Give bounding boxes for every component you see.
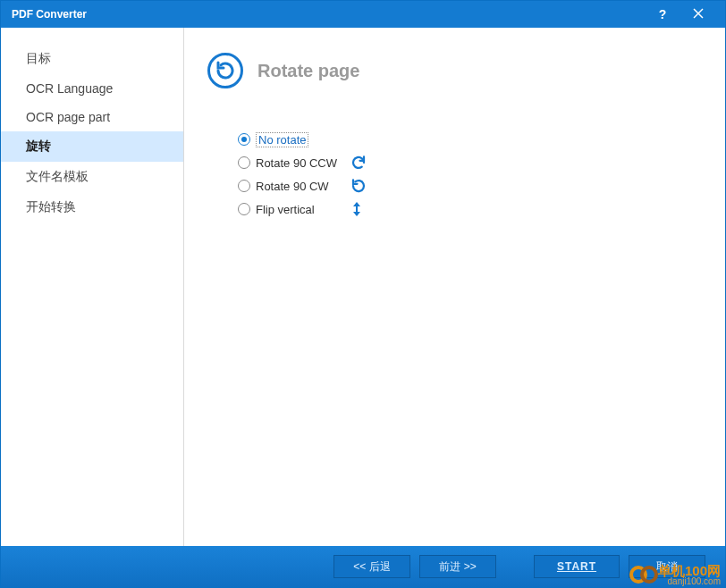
start-button[interactable]: START xyxy=(534,555,620,578)
back-button[interactable]: << 后退 xyxy=(333,555,410,578)
help-icon: ? xyxy=(659,7,667,21)
option-label: Flip vertical xyxy=(256,203,345,216)
sidebar-item-label: OCR Language xyxy=(26,81,113,96)
sidebar-item-ocr-page-part[interactable]: OCR page part xyxy=(1,103,183,131)
sidebar-item-filename-template[interactable]: 文件名模板 xyxy=(1,162,183,192)
footer: << 后退 前进 >> START 取消 单机100网 danji100.com xyxy=(1,546,725,587)
option-rotate-90-ccw[interactable]: Rotate 90 CCW xyxy=(238,151,698,174)
option-label: No rotate xyxy=(256,132,308,147)
forward-button[interactable]: 前进 >> xyxy=(419,555,496,578)
sidebar-item-rotate[interactable]: 旋转 xyxy=(1,131,183,162)
sidebar-item-label: 目标 xyxy=(26,51,51,65)
rotate-cw-icon xyxy=(350,178,367,194)
sidebar-item-ocr-language[interactable]: OCR Language xyxy=(1,74,183,103)
rotate-ccw-icon xyxy=(350,155,367,171)
option-label: Rotate 90 CW xyxy=(256,180,345,193)
page-header: Rotate page xyxy=(207,53,698,88)
rotate-page-icon xyxy=(207,53,243,88)
page-title: Rotate page xyxy=(257,61,359,81)
sidebar-item-label: OCR page part xyxy=(26,110,110,124)
option-no-rotate[interactable]: No rotate xyxy=(238,128,698,151)
close-icon xyxy=(693,7,704,21)
main-panel: Rotate page No rotate Rotate 90 CCW xyxy=(184,28,725,546)
sidebar-item-label: 开始转换 xyxy=(26,199,76,214)
sidebar: 目标 OCR Language OCR page part 旋转 文件名模板 开… xyxy=(1,28,184,546)
sidebar-item-label: 旋转 xyxy=(26,139,51,153)
radio-icon xyxy=(238,203,250,215)
button-label: 取消 xyxy=(656,559,678,575)
option-label: Rotate 90 CCW xyxy=(256,156,345,170)
radio-icon xyxy=(238,156,250,169)
radio-icon xyxy=(238,180,250,192)
button-label: START xyxy=(557,560,596,573)
title-bar: PDF Converter ? xyxy=(1,1,725,28)
svg-marker-3 xyxy=(353,212,360,216)
option-flip-vertical[interactable]: Flip vertical xyxy=(238,197,698,221)
button-label: 前进 >> xyxy=(439,559,476,575)
cancel-button[interactable]: 取消 xyxy=(629,555,705,578)
sidebar-item-start-convert[interactable]: 开始转换 xyxy=(1,192,183,223)
close-button[interactable] xyxy=(680,1,716,28)
content: 目标 OCR Language OCR page part 旋转 文件名模板 开… xyxy=(1,28,725,546)
radio-icon xyxy=(238,133,250,146)
rotate-options: No rotate Rotate 90 CCW Rotate 90 CW xyxy=(238,128,698,221)
svg-rect-4 xyxy=(356,206,358,212)
button-label: << 后退 xyxy=(353,559,390,575)
option-rotate-90-cw[interactable]: Rotate 90 CW xyxy=(238,174,698,197)
app-title: PDF Converter xyxy=(12,8,87,21)
sidebar-item-label: 文件名模板 xyxy=(26,169,89,183)
flip-vertical-icon xyxy=(350,202,363,216)
sidebar-item-target[interactable]: 目标 xyxy=(1,44,183,74)
help-button[interactable]: ? xyxy=(645,1,680,28)
watermark-subtext: danji100.com xyxy=(658,577,721,586)
svg-marker-2 xyxy=(353,202,360,206)
